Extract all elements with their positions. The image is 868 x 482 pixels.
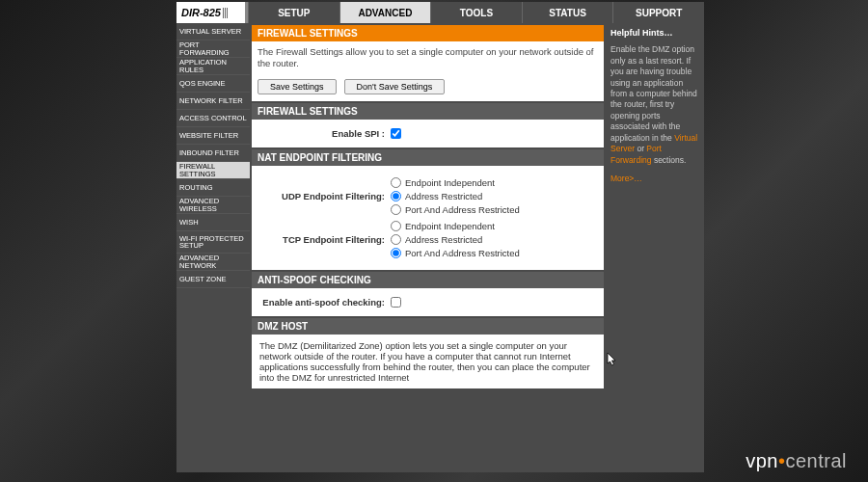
dmz-host-panel: DMZ HOST The DMZ (Demilitarized Zone) op… <box>252 318 604 388</box>
watermark: vpn•central <box>746 450 847 472</box>
hero-description: The Firewall Settings allow you to set a… <box>252 41 604 75</box>
sidebar-item-advanced-wireless[interactable]: ADVANCED WIRELESS <box>176 197 250 214</box>
udp-independent-radio[interactable] <box>391 177 401 188</box>
top-nav: DIR-825 SETUP ADVANCED TOOLS STATUS SUPP… <box>176 2 704 23</box>
udp-address-radio[interactable] <box>391 191 401 201</box>
sidebar-item-network-filter[interactable]: NETWORK FILTER <box>176 93 250 110</box>
sidebar-item-wifi-protected-setup[interactable]: WI-FI PROTECTED SETUP <box>176 231 250 254</box>
udp-endpoint-label: UDP Endpoint Filtering: <box>259 177 391 215</box>
nat-endpoint-panel: NAT ENDPOINT FILTERING UDP Endpoint Filt… <box>252 149 604 270</box>
tab-setup[interactable]: SETUP <box>248 2 339 23</box>
tcp-independent-radio[interactable] <box>391 221 401 231</box>
help-more-link[interactable]: More>… <box>610 174 642 183</box>
main-content: FIREWALL SETTINGS The Firewall Settings … <box>250 23 606 472</box>
sidebar-item-guest-zone[interactable]: GUEST ZONE <box>176 271 250 288</box>
panel-header: DMZ HOST <box>252 318 604 335</box>
tab-status[interactable]: STATUS <box>522 2 613 23</box>
body-row: VIRTUAL SERVER PORT FORWARDING APPLICATI… <box>176 23 704 472</box>
dmz-description: The DMZ (Demilitarized Zone) option lets… <box>252 335 604 388</box>
sidebar-item-application-rules[interactable]: APPLICATION RULES <box>176 58 250 75</box>
hero-panel: FIREWALL SETTINGS The Firewall Settings … <box>252 25 604 101</box>
sidebar-item-wish[interactable]: WISH <box>176 214 250 231</box>
enable-spi-label: Enable SPI : <box>259 128 391 139</box>
panel-header: NAT ENDPOINT FILTERING <box>252 149 604 166</box>
router-admin-window: DIR-825 SETUP ADVANCED TOOLS STATUS SUPP… <box>176 2 704 472</box>
radio-label: Endpoint Independent <box>405 177 495 188</box>
hero-title: FIREWALL SETTINGS <box>252 25 604 41</box>
anti-spoof-label: Enable anti-spoof checking: <box>259 297 391 308</box>
enable-spi-checkbox[interactable] <box>391 128 401 139</box>
help-sidebar: Helpful Hints… Enable the DMZ option onl… <box>606 23 704 472</box>
anti-spoof-panel: ANTI-SPOOF CHECKING Enable anti-spoof ch… <box>252 272 604 316</box>
panel-header: FIREWALL SETTINGS <box>252 103 604 120</box>
radio-label: Port And Address Restricted <box>405 248 520 258</box>
tcp-port-address-radio[interactable] <box>391 248 401 258</box>
udp-port-address-radio[interactable] <box>391 204 401 215</box>
sidebar-item-access-control[interactable]: ACCESS CONTROL <box>176 110 250 127</box>
tab-support[interactable]: SUPPORT <box>612 2 704 23</box>
tcp-address-radio[interactable] <box>391 234 401 245</box>
sidebar-item-website-filter[interactable]: WEBSITE FILTER <box>176 127 250 145</box>
sidebar-item-virtual-server[interactable]: VIRTUAL SERVER <box>176 23 250 40</box>
firewall-settings-panel: FIREWALL SETTINGS Enable SPI : <box>252 103 604 147</box>
radio-label: Port And Address Restricted <box>405 204 520 215</box>
dont-save-settings-button[interactable]: Don't Save Settings <box>344 79 446 94</box>
radio-label: Address Restricted <box>405 234 482 245</box>
sidebar-item-qos-engine[interactable]: QOS ENGINE <box>176 75 250 93</box>
save-settings-button[interactable]: Save Settings <box>258 79 337 94</box>
help-text: Enable the DMZ option only as a last res… <box>610 44 699 166</box>
tab-tools[interactable]: TOOLS <box>430 2 522 23</box>
sidebar-item-port-forwarding[interactable]: PORT FORWARDING <box>176 40 250 58</box>
panel-header: ANTI-SPOOF CHECKING <box>252 272 604 288</box>
tab-advanced[interactable]: ADVANCED <box>339 2 431 23</box>
sidebar-item-advanced-network[interactable]: ADVANCED NETWORK <box>176 254 250 271</box>
sidebar-item-firewall-settings[interactable]: FIREWALL SETTINGS <box>176 162 250 179</box>
radio-label: Endpoint Independent <box>405 221 495 231</box>
sidebar: VIRTUAL SERVER PORT FORWARDING APPLICATI… <box>176 23 250 472</box>
help-title: Helpful Hints… <box>610 27 699 39</box>
sidebar-item-routing[interactable]: ROUTING <box>176 179 250 197</box>
sidebar-item-inbound-filter[interactable]: INBOUND FILTER <box>176 145 250 162</box>
tcp-endpoint-label: TCP Endpoint Filtering: <box>259 221 391 258</box>
anti-spoof-checkbox[interactable] <box>391 297 401 308</box>
radio-label: Address Restricted <box>405 191 482 201</box>
device-model-badge: DIR-825 <box>176 2 248 23</box>
